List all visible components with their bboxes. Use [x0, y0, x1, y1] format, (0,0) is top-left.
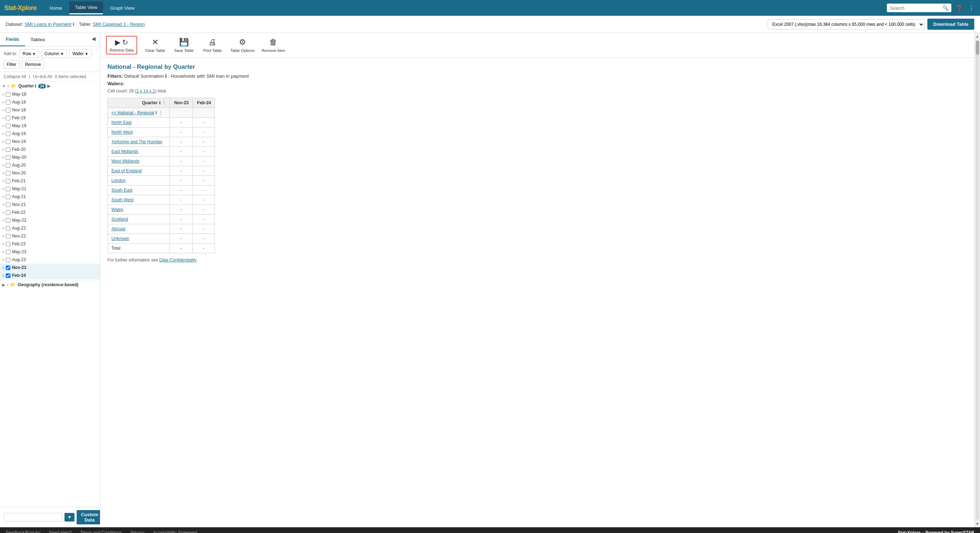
row-header-link[interactable]: South East	[111, 188, 132, 193]
tree-checkbox[interactable]	[6, 163, 10, 168]
tree-item[interactable]: ≡ Feb-21	[0, 177, 100, 185]
feedback-link[interactable]: Feedback/Enquiry	[6, 530, 40, 533]
print-table-tool[interactable]: 🖨 Print Table	[202, 38, 223, 53]
tree-item[interactable]: ≡ Feb-20	[0, 145, 100, 153]
remove-button[interactable]: Remove	[22, 60, 45, 69]
tree-checkbox[interactable]	[6, 250, 10, 254]
custom-data-button[interactable]: Custom Data	[76, 510, 100, 524]
table-options-tool[interactable]: ⚙ Table Options	[230, 38, 254, 53]
untick-all-link[interactable]: Un-tick All	[33, 74, 52, 79]
save-table-tool[interactable]: 💾 Save Table	[173, 38, 194, 53]
row-button[interactable]: Row ▼	[19, 49, 39, 58]
tree-checkbox[interactable]	[6, 210, 10, 215]
cell-count-link[interactable]: 2 x 14 x 1	[137, 89, 155, 94]
tree-checkbox[interactable]	[6, 100, 10, 105]
tree-item[interactable]: ≡ Aug-18	[0, 98, 100, 106]
help-icon[interactable]: ❓	[954, 3, 964, 13]
tree-checkbox[interactable]	[6, 139, 10, 144]
tree-item[interactable]: ≡ May-18	[0, 90, 100, 98]
tree-checkbox[interactable]	[6, 171, 10, 175]
privacy-link[interactable]: Privacy	[130, 530, 144, 533]
tree-checkbox[interactable]	[6, 108, 10, 113]
row-header-link[interactable]: East of England	[111, 169, 142, 173]
tree-item[interactable]: ≡ Nov-22	[0, 232, 100, 240]
tree-checkbox[interactable]	[6, 92, 10, 97]
row-header-link[interactable]: London	[111, 178, 126, 183]
table-link[interactable]: SMI Caseload 1 - Region	[93, 21, 145, 27]
tree-item[interactable]: ≡ Feb-23	[0, 240, 100, 248]
download-table-button[interactable]: Download Table	[928, 19, 974, 30]
tree-item[interactable]: ≡ Feb-24	[0, 272, 100, 279]
tree-item[interactable]: ≡ Nov-20	[0, 169, 100, 177]
tree-checkbox[interactable]	[6, 226, 10, 231]
row-header-link[interactable]: East Midlands	[111, 149, 138, 154]
nav-graph-view[interactable]: Graph View	[105, 2, 140, 14]
search-input[interactable]	[890, 5, 941, 11]
clear-table-tool[interactable]: ✕ Clear Table	[144, 38, 166, 53]
tree-item[interactable]: ≡ May-22	[0, 216, 100, 224]
tab-fields[interactable]: Fields	[0, 33, 25, 46]
tree-item[interactable]: ≡ Nov-19	[0, 138, 100, 145]
row-header-link[interactable]: Scotland	[111, 217, 128, 222]
row-header-link[interactable]: South West	[111, 197, 134, 202]
dataset-info-icon[interactable]: ℹ	[73, 22, 75, 27]
tree-checkbox[interactable]	[6, 218, 10, 223]
tree-item[interactable]: ≡ May-19	[0, 122, 100, 130]
tree-checkbox[interactable]	[6, 258, 10, 262]
right-scrollbar[interactable]: ▲ ▼	[974, 33, 980, 527]
row-header-link[interactable]: North East	[111, 120, 132, 125]
tree-checkbox[interactable]	[6, 234, 10, 239]
tree-checkbox[interactable]	[6, 132, 10, 136]
tree-checkbox[interactable]	[6, 202, 10, 207]
accessibility-link[interactable]: Accessibility Statement	[153, 530, 197, 533]
tree-item[interactable]: ≡ Feb-22	[0, 208, 100, 216]
filter-info-icon[interactable]: ℹ	[165, 73, 167, 79]
filter-button[interactable]: Filter	[3, 60, 20, 69]
tree-item[interactable]: ≡ Feb-19	[0, 114, 100, 122]
tree-item[interactable]: ≡ May-21	[0, 185, 100, 193]
row-menu-icon[interactable]: ⋮	[158, 110, 163, 115]
row-header-link[interactable]: Yorkshire and The Humber	[111, 139, 162, 144]
col-quarter-info-icon[interactable]: ℹ	[159, 101, 161, 105]
collapse-sidebar-icon[interactable]: ◀	[88, 33, 100, 46]
quarter-info-icon[interactable]: ℹ	[35, 84, 36, 89]
remove-item-tool[interactable]: 🗑 Remove Item	[262, 38, 285, 53]
tree-item[interactable]: ≡ Aug-20	[0, 161, 100, 169]
sidebar-filter-btn[interactable]: ▼	[64, 513, 75, 522]
tab-tables[interactable]: Tables	[25, 33, 51, 46]
nav-home[interactable]: Home	[44, 2, 68, 14]
tree-checkbox[interactable]	[6, 194, 10, 199]
tree-item[interactable]: ≡ Aug-19	[0, 130, 100, 138]
search-box[interactable]: 🔍	[887, 3, 951, 12]
row-header-link[interactable]: Abroad	[111, 226, 126, 231]
retrieve-data-tool[interactable]: ▶ ↻ Retrieve Data	[106, 36, 137, 54]
tree-checkbox[interactable]	[6, 266, 10, 270]
collapse-all-link[interactable]: Collapse All	[3, 74, 26, 79]
data-confidentiality-link[interactable]: Data Confidentiality	[159, 258, 197, 263]
dataset-link[interactable]: SMI Loans in Payment	[24, 21, 71, 27]
need-help-link[interactable]: Need Help?	[49, 530, 72, 533]
tree-parent-quarter[interactable]: ▼ ≡ 📁 Quarter ℹ 24 ▶	[0, 82, 100, 90]
column-button[interactable]: Column ▼	[41, 49, 67, 58]
row-header-national[interactable]: << National - Regional	[111, 110, 154, 115]
sidebar-search-input[interactable]	[3, 513, 62, 522]
scroll-down-arrow[interactable]: ▼	[974, 520, 980, 527]
tree-item[interactable]: ≡ May-20	[0, 153, 100, 161]
tree-item[interactable]: ≡ Nov-23	[0, 264, 100, 272]
row-header-link[interactable]: Unknown	[111, 236, 129, 241]
row-info-icon[interactable]: ℹ	[156, 110, 157, 115]
tree-checkbox[interactable]	[6, 179, 10, 183]
tree-parent-geography[interactable]: ▶ ≡ 📁 Geography (residence-based)	[0, 280, 100, 289]
tree-item[interactable]: ≡ Aug-22	[0, 224, 100, 232]
menu-icon[interactable]: ⋮	[967, 3, 976, 13]
nav-table-view[interactable]: Table View	[69, 2, 103, 14]
col-quarter-menu-icon[interactable]: ⋮	[162, 101, 166, 105]
tree-checkbox[interactable]	[6, 147, 10, 152]
tree-checkbox[interactable]	[6, 242, 10, 247]
tree-checkbox[interactable]	[6, 187, 10, 191]
row-header-link[interactable]: North West	[111, 130, 133, 135]
wafer-button[interactable]: Wafer ▼	[69, 49, 91, 58]
tree-checkbox[interactable]	[6, 155, 10, 160]
tree-checkbox[interactable]	[6, 116, 10, 120]
scroll-track[interactable]	[976, 40, 979, 520]
